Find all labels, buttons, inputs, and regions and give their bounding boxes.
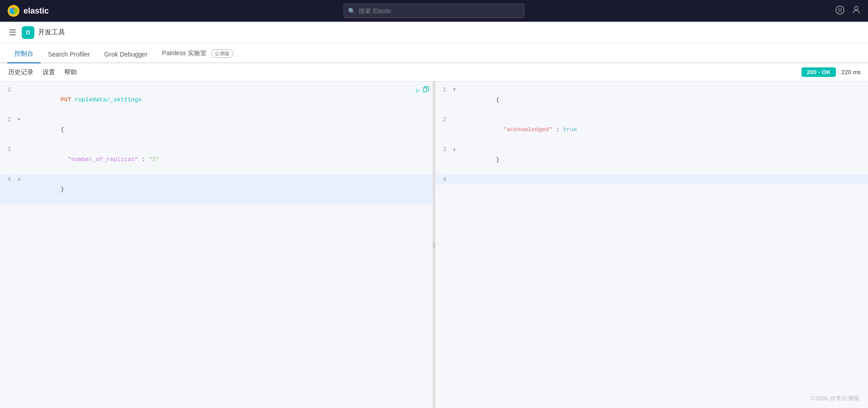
elastic-logo-icon [7,5,20,17]
result-gutter-1: ▼ [450,85,459,95]
line-number-3: 3 [0,145,14,155]
line-number-4: 4 [0,175,14,185]
result-line-number-1: 1 [435,85,450,95]
notifications-icon[interactable] [835,5,844,17]
result-value: true [563,126,577,133]
search-icon: 🔍 [348,8,355,14]
tab-painless-lab[interactable]: Painless 实验室 公测版 [155,45,241,63]
time-badge: 220 ms [841,69,861,76]
tab-console[interactable]: 控制台 [7,45,41,63]
line-content-2: { [24,115,433,145]
result-content-3: } [459,145,868,175]
svg-point-4 [14,8,18,14]
result-fold-3[interactable]: ▲ [453,145,456,155]
toolbar: 历史记录 设置 帮助 200 - OK 220 ms [0,63,868,81]
toolbar-right: 200 - OK 220 ms [802,67,861,77]
result-brace-open: { [496,96,500,103]
editor-line-1: 1 PUT ropledata/_settings ▷ [0,85,433,115]
editor-line-2: 2 ▼ { [0,115,433,145]
beta-badge: 公测版 [211,49,233,58]
line-number-1: 1 [0,85,14,95]
svg-point-3 [9,8,14,14]
svg-point-5 [836,6,844,14]
result-pane: 1 ▼ { 2 "acknowledged" : true 3 [435,81,868,408]
elastic-logo[interactable]: elastic [7,5,49,17]
tab-grok-debugger[interactable]: Grok Debugger [97,46,155,63]
fold-icon-4[interactable]: ▲ [18,175,20,185]
line-content-3: "number_of_replicas" : "2" [24,145,433,175]
result-key: "acknowledged" [496,126,552,133]
colon: : [138,156,149,163]
top-bar: elastic 🔍 [0,0,868,22]
json-key: "number_of_replicas" [61,156,138,163]
search-bar-container: 🔍 [344,4,524,18]
top-bar-right [835,5,861,17]
result-line-number-2: 2 [435,115,450,125]
elastic-logo-text: elastic [24,6,49,16]
tab-bar: 控制台 Search Profiler Grok Debugger Painle… [0,43,868,63]
search-bar-wrapper: 🔍 [344,4,524,18]
result-brace-close: } [496,156,500,163]
toolbar-left: 历史记录 设置 帮助 [7,66,78,78]
result-editor: 1 ▼ { 2 "acknowledged" : true 3 [435,81,868,408]
editor-pane: 1 PUT ropledata/_settings ▷ [0,81,433,408]
result-line-number-3: 3 [435,145,450,155]
line-gutter-2: ▼ [14,115,24,125]
result-fold-1[interactable]: ▼ [453,85,456,95]
result-line-3: 3 ▲ } [435,145,868,175]
keyword-put: PUT [61,96,75,103]
string-value: "2" [149,156,159,163]
copy-icon[interactable] [423,86,429,94]
settings-button[interactable]: 设置 [42,66,56,78]
result-colon: : [552,126,563,133]
second-bar: ☰ D 开发工具 [0,22,868,43]
user-icon[interactable] [852,5,861,17]
result-content-1: { [459,85,868,115]
fold-icon-2[interactable]: ▼ [18,115,20,125]
result-line-1: 1 ▼ { [435,85,868,115]
result-content-2: "acknowledged" : true [459,115,868,145]
dev-tools-badge: D [22,26,34,39]
code-editor[interactable]: 1 PUT ropledata/_settings ▷ [0,81,433,408]
help-button[interactable]: 帮助 [63,66,78,78]
line-gutter-4: ▲ [14,175,24,185]
brace-open: { [61,126,64,133]
line-content-4: } [24,175,433,204]
brace-close: } [61,186,64,193]
result-gutter-3: ▲ [450,145,459,155]
watermark: CSDN @李长渊哦 [811,394,859,403]
run-icon[interactable]: ▷ [416,86,420,94]
editor-line-4: 4 ▲ } [0,175,433,204]
line-number-2: 2 [0,115,14,125]
tab-search-profiler[interactable]: Search Profiler [41,46,97,63]
editor-container: 1 PUT ropledata/_settings ▷ [0,81,868,408]
editor-line-3: 3 "number_of_replicas" : "2" [0,145,433,175]
svg-rect-6 [840,11,841,12]
path-value: ropledata/_settings [75,96,142,103]
status-badge: 200 - OK [802,67,836,77]
search-input[interactable] [344,4,524,18]
result-line-2: 2 "acknowledged" : true [435,115,868,145]
result-line-number-4: 4 [435,175,450,185]
svg-rect-7 [423,88,427,92]
line-actions-1: ▷ [416,85,429,95]
history-button[interactable]: 历史记录 [7,66,34,78]
hamburger-button[interactable]: ☰ [7,26,18,39]
result-line-4: 4 [435,175,868,185]
dev-tools-title: 开发工具 [38,28,65,37]
line-content-1: PUT ropledata/_settings [24,85,433,115]
